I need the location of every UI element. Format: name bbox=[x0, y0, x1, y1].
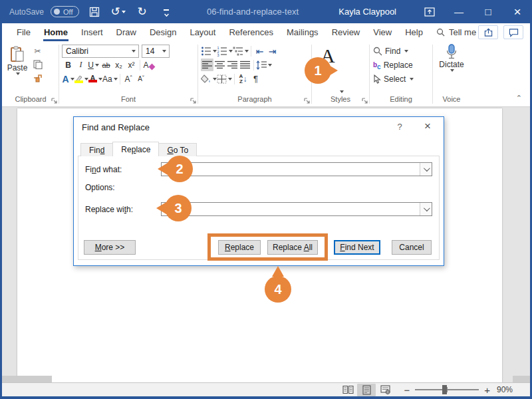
align-left-button[interactable] bbox=[201, 59, 213, 71]
text-effects-button[interactable]: A bbox=[62, 72, 74, 85]
justify-button[interactable] bbox=[239, 59, 251, 71]
eraser-icon bbox=[148, 64, 155, 70]
decrease-indent-button[interactable]: ⇤ bbox=[253, 45, 266, 57]
replace-with-input[interactable]: Bon bbox=[161, 202, 432, 216]
web-layout-button[interactable] bbox=[376, 384, 394, 396]
align-center-button[interactable] bbox=[213, 59, 226, 71]
font-size-combobox[interactable]: 14 bbox=[142, 45, 170, 58]
ribbon-display-options-icon[interactable] bbox=[415, 0, 444, 23]
dialog-close-button[interactable]: × bbox=[421, 120, 434, 133]
tab-help[interactable]: Help bbox=[398, 23, 430, 41]
styles-group-label: Styles bbox=[331, 95, 350, 103]
collapse-ribbon-icon[interactable]: ⌃ bbox=[516, 94, 522, 102]
callout-4: 4 bbox=[265, 276, 291, 303]
multilevel-list-button[interactable] bbox=[233, 45, 249, 57]
tab-review[interactable]: Review bbox=[325, 23, 367, 41]
zoom-slider-thumb[interactable] bbox=[442, 385, 447, 394]
tab-view[interactable]: View bbox=[366, 23, 398, 41]
increase-indent-button[interactable]: ⇥ bbox=[266, 45, 279, 57]
replace-with-dropdown-button[interactable] bbox=[420, 203, 432, 215]
undo-icon[interactable]: ↺ bbox=[110, 3, 127, 21]
tab-mailings[interactable]: Mailings bbox=[280, 23, 325, 41]
grow-font-button[interactable]: Aˆ bbox=[122, 72, 135, 85]
align-right-button[interactable] bbox=[226, 59, 239, 71]
horizontal-scrollbar-thumb[interactable] bbox=[2, 376, 52, 382]
dialog-help-button[interactable]: ? bbox=[394, 122, 405, 132]
sort-button[interactable]: AZ↓ bbox=[237, 72, 249, 85]
tab-find[interactable]: Find bbox=[80, 143, 113, 156]
numbering-button[interactable]: 123 bbox=[217, 45, 233, 57]
find-what-input[interactable]: Bone bbox=[161, 162, 432, 176]
minimize-button[interactable]: — bbox=[444, 0, 473, 23]
line-spacing-button[interactable] bbox=[256, 59, 272, 71]
replace-label: Replace bbox=[384, 61, 413, 70]
superscript-button[interactable]: x² bbox=[125, 59, 138, 71]
cancel-button[interactable]: Cancel bbox=[392, 240, 432, 255]
redo-icon[interactable]: ↻ bbox=[134, 3, 151, 21]
shading-button[interactable] bbox=[201, 72, 217, 85]
qat-customize-icon[interactable] bbox=[158, 3, 175, 21]
change-case-dropdown-icon bbox=[114, 78, 118, 80]
replace-command[interactable]: bc Replace bbox=[370, 58, 432, 72]
tab-references[interactable]: References bbox=[222, 23, 279, 41]
bullets-button[interactable] bbox=[201, 45, 217, 57]
tab-home[interactable]: Home bbox=[37, 23, 74, 41]
line-spacing-icon bbox=[256, 61, 267, 70]
find-what-accel: n bbox=[92, 165, 96, 174]
editing-group: Find bc Replace Select Editing bbox=[370, 43, 432, 106]
zoom-out-button[interactable]: − bbox=[404, 384, 410, 396]
change-case-button[interactable]: Aa bbox=[102, 72, 118, 85]
save-icon[interactable] bbox=[86, 3, 103, 21]
underline-button[interactable]: U bbox=[87, 59, 100, 71]
tell-me-box[interactable]: Tell me bbox=[430, 27, 483, 37]
italic-button[interactable]: I bbox=[74, 59, 87, 71]
autosave-toggle[interactable]: Off bbox=[51, 6, 78, 17]
dictate-button[interactable]: Dictate bbox=[434, 43, 469, 94]
align-left-icon bbox=[202, 61, 212, 69]
shrink-font-button[interactable]: Aˇ bbox=[135, 72, 148, 85]
bold-button[interactable]: B bbox=[62, 59, 74, 71]
cut-button[interactable]: ✂ bbox=[31, 45, 44, 57]
font-name-combobox[interactable]: Calibri bbox=[62, 45, 139, 58]
tab-layout[interactable]: Layout bbox=[183, 23, 222, 41]
print-layout-button[interactable] bbox=[357, 384, 376, 396]
dialog-title: Find and Replace bbox=[82, 122, 150, 132]
tab-replace[interactable]: Replace bbox=[112, 142, 159, 156]
format-painter-icon bbox=[33, 73, 43, 82]
share-button[interactable] bbox=[478, 25, 498, 39]
vertical-scrollbar-thumb[interactable] bbox=[513, 376, 530, 382]
styles-dialog-launcher-icon[interactable] bbox=[362, 98, 368, 104]
zoom-in-button[interactable]: + bbox=[484, 384, 490, 396]
close-button[interactable]: × bbox=[503, 0, 532, 23]
font-color-bar-icon bbox=[88, 80, 97, 82]
select-button[interactable]: Select bbox=[370, 72, 432, 86]
find-next-button[interactable]: Find Next bbox=[334, 240, 380, 255]
borders-button[interactable] bbox=[217, 72, 232, 85]
highlight-button[interactable] bbox=[74, 72, 88, 85]
find-button[interactable]: Find bbox=[370, 44, 432, 58]
paste-button[interactable]: Paste bbox=[3, 44, 31, 94]
tab-file[interactable]: File bbox=[10, 23, 37, 41]
tab-design[interactable]: Design bbox=[143, 23, 183, 41]
copy-button[interactable] bbox=[31, 59, 44, 70]
paragraph-dialog-launcher-icon[interactable] bbox=[304, 98, 310, 104]
read-mode-button[interactable] bbox=[338, 384, 357, 396]
maximize-button[interactable]: □ bbox=[473, 0, 503, 23]
tab-draw[interactable]: Draw bbox=[110, 23, 143, 41]
subscript-button[interactable]: x₂ bbox=[112, 59, 125, 71]
comments-button[interactable] bbox=[503, 25, 523, 39]
show-hide-pilcrow-button[interactable]: ¶ bbox=[249, 72, 262, 85]
more-post: ore >> bbox=[102, 243, 125, 252]
tab-goto[interactable]: Go To bbox=[158, 143, 197, 156]
more-button[interactable]: More >> bbox=[84, 240, 136, 255]
format-painter-button[interactable] bbox=[31, 72, 44, 84]
font-color-button[interactable]: A bbox=[88, 72, 102, 85]
strikethrough-button[interactable]: ab bbox=[100, 59, 112, 71]
clear-formatting-button[interactable]: A bbox=[142, 59, 155, 71]
zoom-slider[interactable] bbox=[415, 389, 479, 390]
font-dialog-launcher-icon[interactable] bbox=[190, 98, 196, 104]
zoom-level[interactable]: 90% bbox=[497, 385, 513, 394]
tab-insert[interactable]: Insert bbox=[74, 23, 110, 41]
clipboard-dialog-launcher-icon[interactable] bbox=[51, 98, 57, 104]
find-what-dropdown-button[interactable] bbox=[420, 163, 432, 176]
